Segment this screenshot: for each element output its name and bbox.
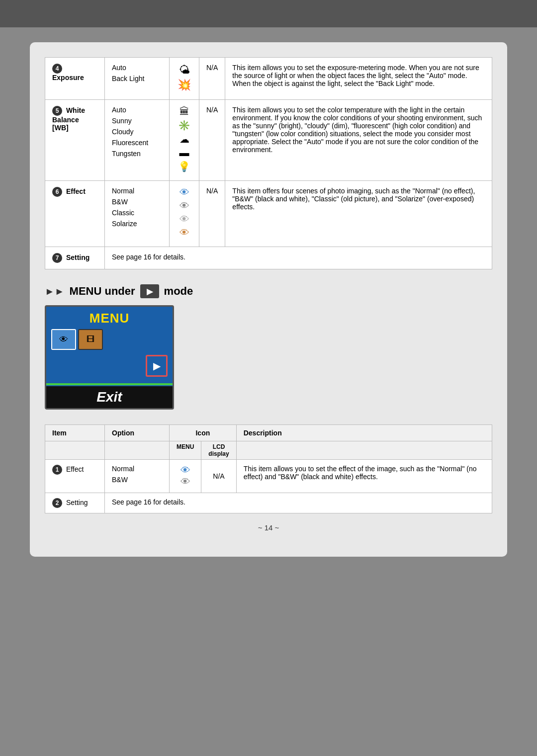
option-auto-wb: Auto [112,106,162,114]
menu-section: ►► MENU under ▶ mode MENU 👁 🎞 ▶ [45,284,492,410]
copy-icon: ▶ [146,355,168,377]
table-row: 6 Effect Normal B&W Classic Solarize 👁 👁… [45,181,492,247]
desc-cell-effect: This item offers four scenes of photo im… [225,181,492,247]
item-cell-setting2: 2 Setting [45,493,105,513]
option-cell-wb: Auto Sunny Cloudy Fluorescent Tungsten [105,100,170,181]
na-cell-effect: N/A [199,181,225,247]
tab-eye-icon: 👁 [52,330,75,349]
second-table: Item Option Icon Description MENU LCD di… [45,424,492,513]
num-badge-2: 2 [52,498,62,508]
setting-desc: See page 16 for details. [112,253,185,261]
item-label-setting2: Setting [66,499,88,506]
option-cloudy: Cloudy [112,128,162,136]
setting2-desc: See page 16 for details. [112,498,185,506]
num-badge-7: 7 [52,253,62,263]
menu-header: ►► MENU under ▶ mode [45,284,492,298]
icon-cell-effect: 👁 👁 👁 👁 [170,181,199,247]
na-cell-effect2: N/A [201,460,236,493]
camera-exit-bar: Exit [46,386,173,408]
item-label-setting: Setting [66,253,90,261]
page-footer: ~ 14 ~ [45,523,492,532]
table-sub-header-row: MENU LCD display [45,441,492,460]
desc-wb: This item allows you to set the color te… [232,106,482,154]
header-icon: Icon [170,425,237,441]
option-fluorescent: Fluorescent [112,139,162,147]
na-label-effect: N/A [206,187,218,195]
na-label-wb: N/A [206,106,218,114]
desc-cell-exposure: This item allows you to set the exposure… [225,58,492,100]
table-header-row: Item Option Icon Description [45,425,492,441]
menu-under-label: MENU under [70,285,135,298]
desc-effect2: This item allows you to set the effect o… [244,465,477,481]
header-item: Item [45,425,105,441]
icon-menu-effect2: 👁 👁 [170,460,201,493]
item-cell-exposure: 4 Exposure [45,58,105,100]
option-backlight: Back Light [112,75,162,83]
num-badge-1: 1 [52,465,62,475]
desc-cell-effect2: This item allows you to set the effect o… [236,460,492,493]
page-content: 4 Exposure Auto Back Light 🌤 💥 N/A This … [30,42,507,557]
option-sunny: Sunny [112,117,162,125]
option-cell-exposure: Auto Back Light [105,58,170,100]
table-row: 2 Setting See page 16 for details. [45,493,492,513]
icon-cell-wb: 🏛 ✳️ ☁ ▬ 💡 [170,100,199,181]
icon-auto-exposure: 🌤 [177,64,192,77]
setting-desc-cell: See page 16 for details. [105,247,492,269]
item-cell-setting: 7 Setting [45,247,105,269]
icon-cell-exposure: 🌤 💥 [170,58,199,100]
table-row: 4 Exposure Auto Back Light 🌤 💥 N/A This … [45,58,492,100]
na-label-exposure: N/A [206,64,218,72]
page-number: ~ 14 ~ [258,523,279,532]
option-auto: Auto [112,64,162,72]
video-mode-icon: ▶ [140,284,159,298]
table-row: 5 WhiteBalance[WB] Auto Sunny Cloudy Flu… [45,100,492,181]
na-cell-exposure: N/A [199,58,225,100]
item-label-exposure: Exposure [52,74,84,82]
desc-cell-wb: This item allows you to set the color te… [225,100,492,181]
desc-exposure: This item allows you to set the exposure… [232,64,479,87]
mode-label: mode [164,285,193,298]
tab-film-icon: 🎞 [79,330,102,349]
item-cell-wb: 5 WhiteBalance[WB] [45,100,105,181]
main-table: 4 Exposure Auto Back Light 🌤 💥 N/A This … [45,57,492,269]
header-description: Description [236,425,492,441]
table-row: 1 Effect Normal B&W 👁 👁 N/A This item al… [45,460,492,493]
desc-effect: This item offers four scenes of photo im… [232,187,475,211]
item-label-effect: Effect [66,187,86,195]
item-cell-effect2: 1 Effect [45,460,105,493]
num-badge-6: 6 [52,187,62,197]
camera-screen: MENU 👁 🎞 ▶ Exit [45,305,174,410]
item-cell-effect: 6 Effect [45,181,105,247]
camera-menu-title: MENU [46,307,173,326]
camera-body-area: ▶ [46,353,173,379]
sub-header-lcd: LCD display [201,441,236,460]
num-badge-5: 5 [52,106,62,116]
icon-backlight: 💥 [177,79,192,91]
top-bar [0,0,537,27]
exit-label: Exit [96,389,122,405]
option-tungsten: Tungsten [112,150,162,158]
num-badge-4: 4 [52,64,62,74]
green-line [46,383,173,385]
item-label-effect2: Effect [66,465,84,473]
setting2-desc-cell: See page 16 for details. [105,493,492,513]
camera-tab-2: 🎞 [78,329,103,350]
header-option: Option [105,425,170,441]
option-cell-effect: Normal B&W Classic Solarize [105,181,170,247]
table-row: 7 Setting See page 16 for details. [45,247,492,269]
camera-tabs: 👁 🎞 [46,326,173,353]
sub-header-menu: MENU [170,441,201,460]
camera-tab-1: 👁 [51,329,76,350]
na-cell-wb: N/A [199,100,225,181]
option-cell-effect2: Normal B&W [105,460,170,493]
na-label-effect2: N/A [213,472,224,480]
